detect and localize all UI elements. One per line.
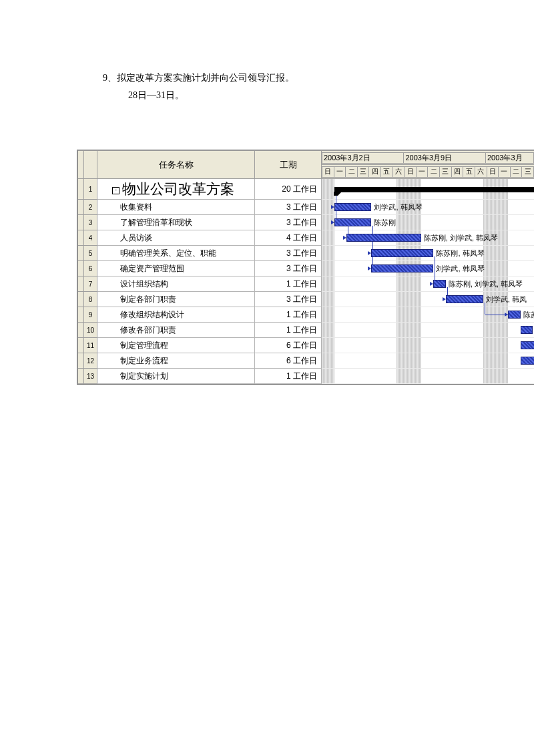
task-duration[interactable]: 4 工作日 [255, 230, 322, 246]
hdr-day: 六 [392, 166, 405, 177]
task-name-cell[interactable]: 修改各部门职责 [97, 323, 255, 338]
hdr-duration[interactable]: 工期 [255, 151, 322, 179]
task-name-cell[interactable]: 人员访谈 [97, 230, 255, 246]
row-gutter [78, 246, 84, 261]
task-bar[interactable] [521, 326, 533, 334]
task-name-cell[interactable]: 制定业务流程 [97, 353, 255, 369]
hdr-task-name[interactable]: 任务名称 [97, 151, 255, 179]
row-index: 5 [84, 246, 97, 261]
row-index: 1 [84, 179, 97, 200]
task-duration[interactable]: 1 工作日 [255, 276, 322, 292]
task-name-cell[interactable]: 修改组织结构设计 [97, 307, 255, 323]
task-bar-cell [322, 369, 535, 384]
task-bar[interactable] [334, 218, 372, 226]
task-row[interactable]: 3了解管理沿革和现状3 工作日陈苏刚 [78, 215, 535, 230]
doc-line-2: 28日—31日。 [128, 87, 184, 105]
task-bar-cell: 陈苏刚, 韩凤琴 [322, 246, 535, 261]
task-row[interactable]: 4人员访谈4 工作日陈苏刚, 刘学武, 韩凤琴 [78, 230, 535, 246]
collapse-icon[interactable]: - [112, 187, 119, 194]
task-name-cell[interactable]: 设计组织结构 [97, 276, 255, 292]
link-arrow-icon [368, 251, 371, 255]
task-bar[interactable] [433, 280, 446, 288]
task-duration[interactable]: 1 工作日 [255, 307, 322, 323]
hdr-day: 二 [510, 166, 522, 177]
row-gutter [78, 276, 84, 292]
task-bar[interactable] [371, 249, 433, 257]
task-row[interactable]: 5明确管理关系、定位、职能3 工作日陈苏刚, 韩凤琴 [78, 246, 535, 261]
row-gutter [78, 230, 84, 246]
row-index: 6 [84, 261, 97, 276]
task-duration[interactable]: 3 工作日 [255, 261, 322, 276]
task-row[interactable]: 2收集资料3 工作日刘学武, 韩凤琴 [78, 200, 535, 215]
task-name-cell[interactable]: 制定各部门职责 [97, 292, 255, 307]
task-row[interactable]: 8制定各部门职责3 工作日刘学武, 韩凤 [78, 292, 535, 307]
task-bar-cell: 陈苏刚 [322, 215, 535, 230]
task-name-cell[interactable]: 制定管理流程 [97, 338, 255, 353]
task-bar[interactable] [371, 264, 433, 272]
task-bar-cell: 陈苏 [322, 307, 535, 323]
task-row[interactable]: 7设计组织结构1 工作日陈苏刚, 刘学武, 韩凤琴 [78, 276, 535, 292]
task-bar-label: 陈苏刚 [374, 218, 396, 228]
hdr-index [84, 151, 97, 179]
task-duration[interactable]: 20 工作日 [255, 179, 322, 200]
row-index: 10 [84, 323, 97, 338]
task-duration[interactable]: 6 工作日 [255, 353, 322, 369]
task-name-cell[interactable]: -物业公司改革方案 [97, 179, 255, 200]
gantt-table: 任务名称 工期 2003年3月2日2003年3月9日2003年3月 日一二三四五… [77, 150, 534, 384]
task-bar[interactable] [521, 341, 534, 349]
hdr-day: 六 [475, 166, 487, 177]
row-gutter [78, 307, 84, 323]
task-name: 修改各部门职责 [120, 325, 176, 335]
task-duration[interactable]: 1 工作日 [255, 369, 322, 384]
task-bar-label: 刘学武, 韩凤琴 [436, 264, 484, 274]
task-name-cell[interactable]: 明确管理关系、定位、职能 [97, 246, 255, 261]
task-duration[interactable]: 1 工作日 [255, 323, 322, 338]
task-row[interactable]: 12制定业务流程6 工作日 [78, 353, 535, 369]
hdr-week: 2003年3月9日 [404, 152, 485, 163]
task-bar-label: 刘学武, 韩凤 [486, 295, 527, 305]
task-bar-cell: 陈苏刚, 刘学武, 韩凤琴 [322, 276, 535, 292]
task-name-cell[interactable]: 收集资料 [97, 200, 255, 215]
row-index: 9 [84, 307, 97, 323]
task-row[interactable]: 13制定实施计划1 工作日 [78, 369, 535, 384]
task-duration[interactable]: 3 工作日 [255, 200, 322, 215]
hdr-week: 2003年3月2日 [322, 152, 404, 163]
task-bar[interactable] [521, 357, 534, 365]
row-gutter [78, 200, 84, 215]
row-index: 11 [84, 338, 97, 353]
hdr-week: 2003年3月 [485, 152, 533, 163]
task-name: 物业公司改革方案 [122, 181, 234, 196]
task-row[interactable]: 1-物业公司改革方案20 工作日 [78, 179, 535, 200]
task-bar-cell: 刘学武, 韩凤琴 [322, 261, 535, 276]
task-row[interactable]: 10修改各部门职责1 工作日 [78, 323, 535, 338]
task-bar-label: 刘学武, 韩凤琴 [374, 202, 422, 212]
task-row[interactable]: 6确定资产管理范围3 工作日刘学武, 韩凤琴 [78, 261, 535, 276]
task-bar[interactable] [446, 295, 483, 303]
task-bar[interactable] [508, 311, 521, 319]
task-name: 制定业务流程 [120, 356, 168, 365]
task-name-cell[interactable]: 确定资产管理范围 [97, 261, 255, 276]
task-bar-cell [322, 353, 535, 369]
row-gutter [78, 369, 84, 384]
hdr-day: 四 [369, 166, 381, 177]
hdr-day: 二 [428, 166, 440, 177]
hdr-day: 二 [346, 166, 358, 177]
hdr-day: 一 [499, 166, 511, 177]
task-duration[interactable]: 6 工作日 [255, 338, 322, 353]
task-bar[interactable] [334, 203, 372, 211]
task-duration[interactable]: 3 工作日 [255, 292, 322, 307]
task-row[interactable]: 9修改组织结构设计1 工作日陈苏 [78, 307, 535, 323]
gantt-chart: 任务名称 工期 2003年3月2日2003年3月9日2003年3月 日一二三四五… [77, 150, 534, 385]
row-gutter [78, 261, 84, 276]
task-duration[interactable]: 3 工作日 [255, 246, 322, 261]
task-name-cell[interactable]: 制定实施计划 [97, 369, 255, 384]
row-gutter [78, 353, 84, 369]
task-bar-label: 陈苏刚, 刘学武, 韩凤琴 [449, 279, 523, 289]
hdr-day: 四 [451, 166, 463, 177]
task-duration[interactable]: 3 工作日 [255, 215, 322, 230]
hdr-day: 一 [416, 166, 428, 177]
task-row[interactable]: 11制定管理流程6 工作日 [78, 338, 535, 353]
task-bar[interactable] [346, 234, 421, 242]
row-index: 2 [84, 200, 97, 215]
task-name-cell[interactable]: 了解管理沿革和现状 [97, 215, 255, 230]
